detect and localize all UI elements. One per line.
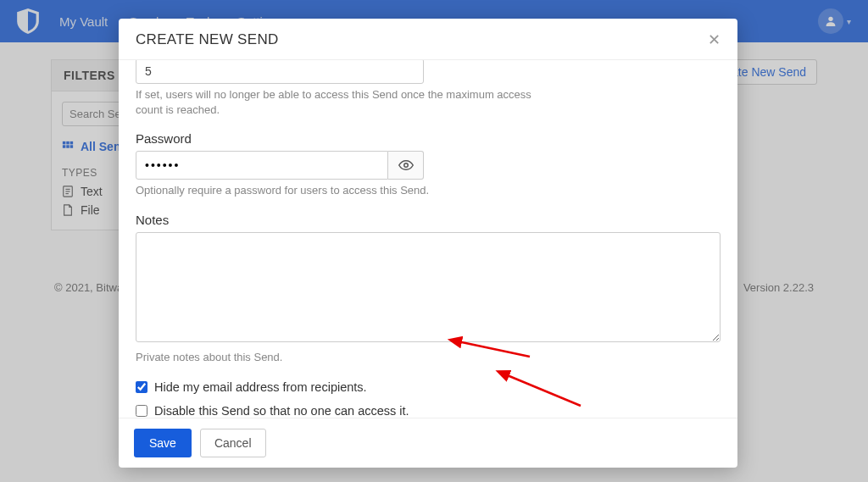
svg-point-11 <box>403 163 408 168</box>
disable-send-row[interactable]: Disable this Send so that no one can acc… <box>136 404 721 418</box>
password-help: Optionally require a password for users … <box>136 183 534 198</box>
hide-email-checkbox[interactable] <box>136 381 147 393</box>
hide-email-label: Hide my email address from recipients. <box>154 380 367 394</box>
password-input[interactable] <box>136 151 388 180</box>
save-button[interactable]: Save <box>134 429 192 457</box>
cancel-button[interactable]: Cancel <box>200 429 266 457</box>
max-access-count-input[interactable] <box>136 60 424 84</box>
disable-send-checkbox[interactable] <box>136 405 147 417</box>
hide-email-row[interactable]: Hide my email address from recipients. <box>136 380 721 394</box>
notes-label: Notes <box>136 213 721 227</box>
modal-title: CREATE NEW SEND <box>136 31 279 48</box>
close-button[interactable]: ✕ <box>708 30 721 49</box>
notes-textarea[interactable] <box>136 232 721 342</box>
notes-help: Private notes about this Send. <box>136 350 534 365</box>
disable-send-label: Disable this Send so that no one can acc… <box>154 404 409 418</box>
password-visibility-toggle[interactable] <box>388 151 424 180</box>
password-label: Password <box>136 131 721 146</box>
create-send-modal: CREATE NEW SEND ✕ If set, users will no … <box>119 19 737 468</box>
max-access-help: If set, users will no longer be able to … <box>136 87 534 118</box>
eye-icon <box>398 158 414 173</box>
